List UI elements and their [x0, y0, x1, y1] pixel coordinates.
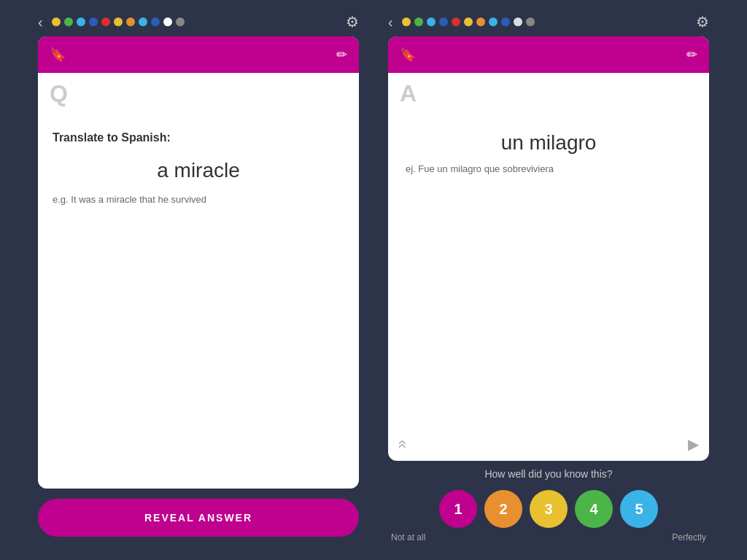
right-dot-3[interactable]: [427, 18, 436, 26]
right-card-header: 🔖 ✏: [388, 36, 709, 73]
right-bookmark-icon[interactable]: 🔖: [400, 47, 416, 63]
right-settings-button[interactable]: ⚙: [696, 13, 709, 31]
left-card-type-letter: Q: [50, 80, 68, 107]
right-card: 🔖 ✏ A un milagro ej. Fue un milagro que …: [388, 36, 709, 461]
left-dot-5[interactable]: [101, 18, 110, 26]
right-dot-2[interactable]: [414, 18, 423, 26]
right-answer-example: ej. Fue un milagro que sobreviviera: [406, 163, 694, 174]
right-dot-1[interactable]: [402, 18, 411, 26]
right-card-body: A un milagro ej. Fue un milagro que sobr…: [388, 73, 709, 427]
left-panel: ‹ ⚙ 🔖 ✏ Q Translate to Spanish: a miracl…: [31, 7, 366, 547]
left-card-header: 🔖 ✏: [38, 36, 359, 73]
right-back-button[interactable]: ‹: [388, 14, 393, 31]
right-progress-dots: [402, 18, 692, 26]
right-dot-7[interactable]: [476, 18, 485, 26]
rating-button-5[interactable]: 5: [620, 490, 658, 528]
right-edit-icon[interactable]: ✏: [686, 47, 697, 63]
rating-question: How well did you know this?: [484, 468, 612, 480]
left-edit-icon[interactable]: ✏: [336, 47, 347, 63]
rating-button-4[interactable]: 4: [575, 490, 613, 528]
left-dot-3[interactable]: [77, 18, 85, 26]
left-dot-8[interactable]: [139, 18, 147, 26]
rating-labels: Not at all Perfectly: [388, 532, 709, 542]
left-dot-9[interactable]: [151, 18, 160, 26]
left-main-word: a miracle: [53, 159, 344, 182]
left-back-button[interactable]: ‹: [38, 14, 43, 31]
rating-button-2[interactable]: 2: [484, 490, 522, 528]
right-dot-10[interactable]: [514, 18, 522, 26]
left-dot-4[interactable]: [89, 18, 98, 26]
left-progress-dots: [52, 18, 341, 26]
left-dot-10[interactable]: [163, 18, 172, 26]
left-dot-7[interactable]: [126, 18, 135, 26]
left-dot-6[interactable]: [114, 18, 123, 26]
right-card-wrapper: 🔖 ✏ A un milagro ej. Fue un milagro que …: [381, 36, 716, 461]
left-bookmark-icon[interactable]: 🔖: [50, 47, 66, 63]
right-dot-5[interactable]: [452, 18, 460, 26]
right-dot-9[interactable]: [501, 18, 510, 26]
rating-button-3[interactable]: 3: [530, 490, 568, 528]
right-dot-6[interactable]: [464, 18, 473, 26]
rating-buttons: 12345: [439, 490, 658, 528]
left-settings-button[interactable]: ⚙: [346, 13, 359, 31]
left-example-text: e.g. It was a miracle that he survived: [53, 194, 344, 205]
right-dot-11[interactable]: [526, 18, 535, 26]
left-card: 🔖 ✏ Q Translate to Spanish: a miracle e.…: [38, 36, 359, 489]
reveal-answer-button[interactable]: REVEAL ANSWER: [38, 499, 359, 537]
right-panel: ‹ ⚙ 🔖 ✏ A un milagro ej. Fue un milagro …: [381, 7, 716, 547]
rating-label-right: Perfectly: [672, 532, 706, 542]
left-card-body: Q Translate to Spanish: a miracle e.g. I…: [38, 73, 359, 489]
right-card-footer: « ▶: [388, 427, 709, 461]
right-answer-word: un milagro: [403, 131, 694, 155]
left-card-content: Translate to Spanish: a miracle e.g. It …: [53, 131, 344, 474]
rating-section: How well did you know this? 12345 Not at…: [381, 461, 716, 547]
left-top-bar: ‹ ⚙: [31, 7, 366, 36]
left-dot-2[interactable]: [64, 18, 73, 26]
right-card-content: un milagro ej. Fue un milagro que sobrev…: [403, 131, 694, 413]
left-dot-11[interactable]: [176, 18, 185, 26]
right-card-type-letter: A: [400, 80, 417, 107]
left-translate-label: Translate to Spanish:: [53, 131, 344, 144]
right-dot-4[interactable]: [439, 18, 448, 26]
rating-label-left: Not at all: [391, 532, 425, 542]
left-dot-1[interactable]: [52, 18, 61, 26]
rating-button-1[interactable]: 1: [439, 490, 477, 528]
right-top-bar: ‹ ⚙: [381, 7, 716, 36]
play-icon[interactable]: ▶: [688, 435, 699, 453]
chevron-up-icon[interactable]: «: [393, 440, 412, 448]
right-dot-8[interactable]: [489, 18, 498, 26]
left-card-wrapper: 🔖 ✏ Q Translate to Spanish: a miracle e.…: [31, 36, 366, 489]
